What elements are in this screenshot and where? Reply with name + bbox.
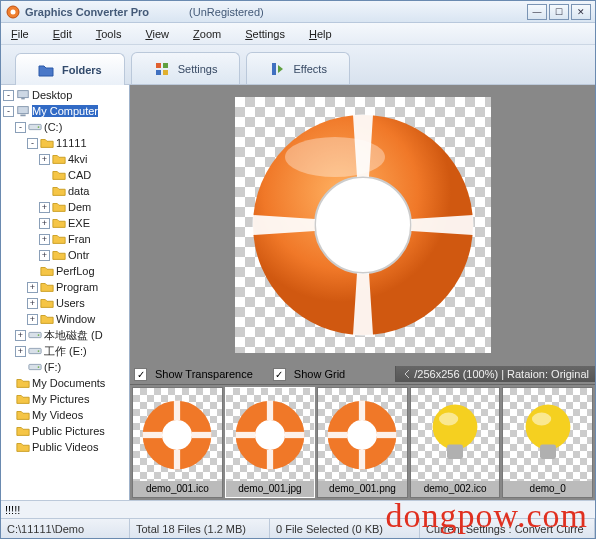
tree-node[interactable]: Public Videos — [1, 439, 129, 455]
lightbulb-icon — [411, 388, 500, 481]
tree-node[interactable]: My Videos — [1, 407, 129, 423]
folder-icon — [16, 440, 30, 454]
tree-node[interactable]: -Desktop — [1, 87, 129, 103]
expand-icon[interactable]: + — [15, 346, 26, 357]
menu-help[interactable]: Help — [309, 28, 332, 40]
menu-tools[interactable]: Tools — [96, 28, 122, 40]
folder-icon — [40, 264, 54, 278]
thumbnail[interactable]: demo_001.png — [317, 387, 408, 498]
expand-icon[interactable]: + — [39, 154, 50, 165]
svg-rect-38 — [328, 431, 347, 437]
tree-node[interactable]: -11111 — [1, 135, 129, 151]
svg-rect-30 — [267, 400, 273, 419]
svg-rect-5 — [163, 70, 168, 75]
svg-rect-7 — [18, 91, 29, 98]
svg-point-41 — [439, 412, 458, 425]
tree-label: Fran — [68, 233, 91, 245]
tree-label: Ontr — [68, 249, 89, 261]
collapse-icon[interactable]: - — [15, 122, 26, 133]
tree-node[interactable]: +本地磁盘 (D — [1, 327, 129, 343]
expand-icon[interactable]: + — [15, 330, 26, 341]
svg-rect-33 — [285, 431, 304, 437]
show-grid-checkbox[interactable] — [273, 368, 286, 381]
collapse-icon[interactable]: - — [27, 138, 38, 149]
folder-icon — [52, 200, 66, 214]
tree-node[interactable]: +Fran — [1, 231, 129, 247]
thumbnail[interactable]: demo_001.ico — [132, 387, 223, 498]
thumbnail-caption: demo_001.jpg — [226, 481, 315, 497]
app-title: Graphics Converter Pro — [25, 6, 149, 18]
lightbulb-icon — [503, 388, 592, 481]
tree-status: !!!!! — [1, 500, 595, 518]
chevron-left-icon[interactable] — [402, 369, 412, 379]
collapse-icon[interactable]: - — [3, 90, 14, 101]
preview-area[interactable] — [130, 85, 595, 364]
tab-effects[interactable]: Effects — [246, 52, 349, 84]
tree-node[interactable]: +Dem — [1, 199, 129, 215]
tab-settings[interactable]: Settings — [131, 52, 241, 84]
tree-spacer — [15, 362, 26, 373]
computer-icon — [16, 104, 30, 118]
tree-label: data — [68, 185, 89, 197]
thumbnail-strip[interactable]: demo_001.icodemo_001.jpgdemo_001.pngdemo… — [130, 384, 595, 500]
menu-settings[interactable]: Settings — [245, 28, 285, 40]
svg-point-29 — [255, 420, 285, 450]
tab-folders[interactable]: Folders — [15, 53, 125, 85]
tree-spacer — [3, 426, 14, 437]
folder-tree[interactable]: -Desktop-My Computer-(C:)-11111+4kvi CAD… — [1, 85, 130, 500]
drive-icon — [28, 120, 42, 134]
collapse-icon[interactable]: - — [3, 106, 14, 117]
tree-label: Users — [56, 297, 85, 309]
expand-icon[interactable]: + — [39, 202, 50, 213]
menu-zoom[interactable]: Zoom — [193, 28, 221, 40]
minimize-button[interactable]: — — [527, 4, 547, 20]
tree-node[interactable]: data — [1, 183, 129, 199]
show-transparence-checkbox[interactable] — [134, 368, 147, 381]
expand-icon[interactable]: + — [27, 282, 38, 293]
tree-node[interactable]: +Users — [1, 295, 129, 311]
menu-file[interactable]: File — [11, 28, 29, 40]
drive-icon — [28, 328, 42, 342]
tree-node[interactable]: PerfLog — [1, 263, 129, 279]
menubar: File Edit Tools View Zoom Settings Help — [1, 23, 595, 45]
tree-node[interactable]: +工作 (E:) — [1, 343, 129, 359]
expand-icon[interactable]: + — [39, 234, 50, 245]
expand-icon[interactable]: + — [27, 298, 38, 309]
thumbnail[interactable]: demo_001.jpg — [225, 387, 316, 498]
folder-icon — [52, 248, 66, 262]
tree-node[interactable]: +Window — [1, 311, 129, 327]
tree-node[interactable]: (F:) — [1, 359, 129, 375]
tree-node[interactable]: +4kvi — [1, 151, 129, 167]
tab-label: Effects — [293, 63, 326, 75]
tree-node[interactable]: +EXE — [1, 215, 129, 231]
thumbnail-caption: demo_001.ico — [133, 481, 222, 497]
close-button[interactable]: ✕ — [571, 4, 591, 20]
tree-node[interactable]: +Ontr — [1, 247, 129, 263]
menu-edit[interactable]: Edit — [53, 28, 72, 40]
tree-node[interactable]: +Program — [1, 279, 129, 295]
tree-node[interactable]: Public Pictures — [1, 423, 129, 439]
expand-icon[interactable]: + — [39, 250, 50, 261]
expand-icon[interactable]: + — [39, 218, 50, 229]
tree-node[interactable]: My Documents — [1, 375, 129, 391]
tree-node[interactable]: My Pictures — [1, 391, 129, 407]
tree-node[interactable]: CAD — [1, 167, 129, 183]
svg-rect-24 — [174, 400, 180, 419]
svg-rect-8 — [21, 98, 25, 100]
titlebar[interactable]: Graphics Converter Pro (UnRegistered) — … — [1, 1, 595, 23]
thumbnail[interactable]: demo_002.ico — [410, 387, 501, 498]
maximize-button[interactable]: ☐ — [549, 4, 569, 20]
svg-point-44 — [532, 412, 551, 425]
expand-icon[interactable]: + — [27, 314, 38, 325]
tree-node[interactable]: -My Computer — [1, 103, 129, 119]
thumbnail[interactable]: demo_0 — [502, 387, 593, 498]
status-files: Total 18 Files (1.2 MB) — [130, 519, 270, 538]
menu-view[interactable]: View — [145, 28, 169, 40]
tree-label: CAD — [68, 169, 91, 181]
tree-spacer — [39, 186, 50, 197]
tree-label: My Videos — [32, 409, 83, 421]
tree-label: (C:) — [44, 121, 62, 133]
desktop-icon — [16, 88, 30, 102]
tree-label: 11111 — [56, 137, 87, 149]
tree-node[interactable]: -(C:) — [1, 119, 129, 135]
